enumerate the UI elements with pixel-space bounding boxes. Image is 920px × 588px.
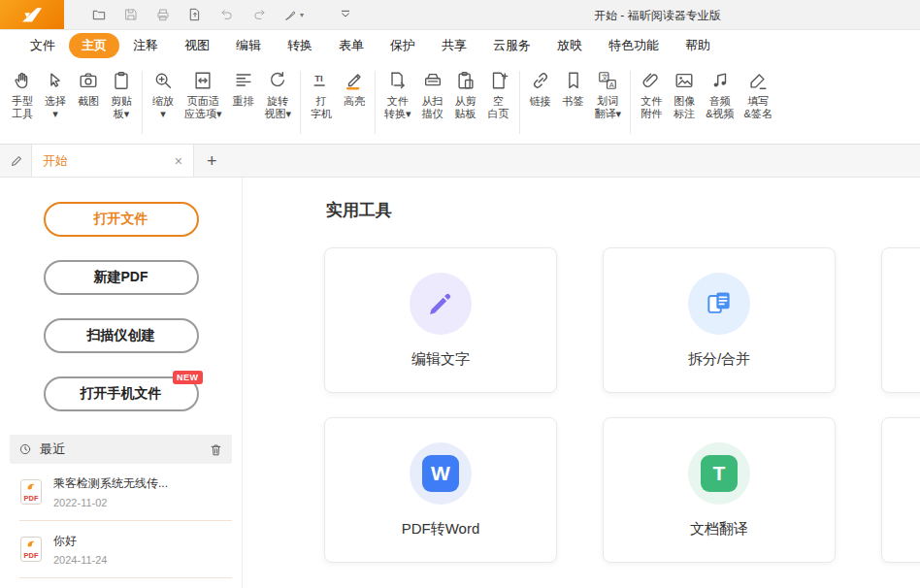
- scanner-create-label: 扫描仪创建: [87, 327, 155, 344]
- blank-page-button[interactable]: 空 白页: [482, 68, 515, 144]
- menu-tab-help[interactable]: 帮助: [673, 33, 723, 58]
- card-label: PDF转Word: [402, 520, 480, 539]
- tool-label: 从扫 描仪: [422, 95, 444, 120]
- tool-label: 缩放 ▾: [152, 95, 174, 120]
- content-area: 打开文件 新建PDF 扫描仪创建 打开手机文件 NEW 最近 乘客检测系统无线传…: [0, 178, 920, 588]
- pen-nib-icon[interactable]: [9, 152, 25, 169]
- tool-label: 图像 标注: [674, 95, 695, 120]
- zoom-button[interactable]: 缩放 ▾: [147, 68, 180, 144]
- menu-tab-present[interactable]: 放映: [544, 33, 595, 58]
- card-split-merge[interactable]: 拆分/合并: [603, 247, 836, 393]
- reflow-button[interactable]: 重排: [227, 68, 260, 144]
- foxit-logo: [0, 0, 64, 29]
- snapshot-button[interactable]: 截图: [72, 68, 105, 144]
- menu-tab-share[interactable]: 共享: [429, 33, 479, 58]
- card-edit-text[interactable]: 编辑文字: [324, 247, 557, 393]
- ribbon-mode-icon[interactable]: [338, 7, 353, 22]
- rotate-view-button[interactable]: 旋转 视图▾: [260, 68, 297, 144]
- clipboard-button[interactable]: 剪贴 板▾: [105, 68, 138, 144]
- print-icon[interactable]: [155, 7, 171, 22]
- undo-icon[interactable]: [219, 7, 235, 22]
- new-badge: NEW: [173, 371, 203, 384]
- from-clipboard-button[interactable]: 从剪 贴板: [449, 68, 482, 144]
- sign-icon: [747, 70, 769, 91]
- recent-file-list: 乘客检测系统无线传... 2022-11-02 你好 2024-11-24: [19, 464, 232, 578]
- typewriter-button[interactable]: 打 字机: [305, 68, 338, 144]
- link-button[interactable]: 链接: [524, 68, 557, 144]
- brush-icon[interactable]: ▾: [283, 7, 304, 22]
- tool-label: 链接: [530, 95, 551, 108]
- word-translate-button[interactable]: 划词 翻译▾: [590, 68, 627, 144]
- open-file-label: 打开文件: [94, 211, 148, 228]
- scanner-create-button[interactable]: 扫描仪创建: [44, 318, 199, 353]
- menu-tab-home[interactable]: 主页: [69, 33, 119, 58]
- audio-video-button[interactable]: 音频 &视频: [701, 68, 739, 144]
- ribbon-separator: [519, 71, 520, 134]
- dropdown-arrow: ▾: [300, 11, 304, 19]
- media-icon: [709, 70, 731, 91]
- tool-label: 旋转 视图▾: [265, 95, 292, 120]
- card-label: 拆分/合并: [688, 350, 750, 369]
- tool-label: 截图: [78, 95, 99, 108]
- word-letter: W: [422, 455, 459, 492]
- bookmark-button[interactable]: 书签: [557, 68, 590, 144]
- image-annotation-button[interactable]: 图像 标注: [668, 68, 701, 144]
- file-attachment-button[interactable]: 文件 附件: [635, 68, 668, 144]
- camera-icon: [78, 70, 99, 91]
- close-tab-icon[interactable]: ×: [175, 153, 182, 169]
- split-merge-icon: [688, 273, 750, 335]
- document-tab-start[interactable]: 开始 ×: [31, 145, 194, 177]
- typewriter-icon: [311, 70, 332, 91]
- export-icon[interactable]: [187, 7, 203, 22]
- card-pdf-to-word[interactable]: W PDF转Word: [324, 417, 557, 563]
- recent-file-item[interactable]: 你好 2024-11-24: [19, 521, 232, 578]
- sidebar: 打开文件 新建PDF 扫描仪创建 打开手机文件 NEW 最近 乘客检测系统无线传…: [0, 178, 243, 588]
- attachment-icon: [641, 70, 662, 91]
- menu-tab-protect[interactable]: 保护: [378, 33, 428, 58]
- menu-tab-convert[interactable]: 转换: [275, 33, 325, 58]
- menu-tab-comment[interactable]: 注释: [120, 33, 171, 58]
- tool-label: 从剪 贴板: [455, 95, 476, 120]
- select-button[interactable]: 选择 ▾: [39, 68, 72, 144]
- main-panel: 实用工具 编辑文字 拆分/合并 W PDF转Word: [243, 178, 920, 588]
- menu-tab-cloud[interactable]: 云服务: [480, 33, 543, 58]
- open-mobile-file-button[interactable]: 打开手机文件 NEW: [44, 376, 199, 411]
- card-doc-translate[interactable]: T 文档翻译: [603, 417, 836, 563]
- trash-icon[interactable]: [209, 442, 223, 457]
- hand-icon: [12, 70, 33, 91]
- paste-icon: [455, 70, 476, 91]
- redo-icon[interactable]: [251, 7, 267, 22]
- create-pdf-button[interactable]: 新建PDF: [44, 260, 199, 295]
- from-scanner-button[interactable]: 从扫 描仪: [416, 68, 449, 144]
- menu-tab-file[interactable]: 文件: [17, 33, 68, 58]
- recent-file-title: 你好: [53, 533, 107, 549]
- card-partial[interactable]: [881, 247, 920, 393]
- fill-sign-button[interactable]: 填写 &签名: [739, 68, 776, 144]
- tool-label: 重排: [233, 95, 254, 108]
- add-tab-button[interactable]: +: [207, 152, 217, 170]
- save-icon[interactable]: [123, 7, 139, 22]
- create-pdf-label: 新建PDF: [94, 269, 148, 286]
- recent-file-item[interactable]: 乘客检测系统无线传... 2022-11-02: [19, 464, 232, 521]
- menu-tab-view[interactable]: 视图: [172, 33, 222, 58]
- tool-label: 文件 转换▾: [384, 95, 411, 120]
- highlight-button[interactable]: 高亮: [338, 68, 371, 144]
- menu-tab-edit[interactable]: 编辑: [223, 33, 274, 58]
- open-file-button[interactable]: 打开文件: [44, 202, 199, 237]
- ribbon-separator: [375, 71, 376, 134]
- recent-file-date: 2022-11-02: [53, 497, 168, 508]
- recent-title: 最近: [40, 441, 209, 458]
- image-icon: [674, 70, 695, 91]
- hand-tool-button[interactable]: 手型 工具: [6, 68, 39, 144]
- ribbon-separator: [630, 71, 631, 134]
- convert-file-button[interactable]: 文件 转换▾: [379, 68, 416, 144]
- menu-tab-features[interactable]: 特色功能: [596, 33, 672, 58]
- card-partial[interactable]: [881, 417, 920, 563]
- folder-open-icon[interactable]: [91, 7, 107, 22]
- bookmark-icon: [563, 70, 584, 91]
- fit-options-button[interactable]: 页面适 应选项▾: [180, 68, 227, 144]
- translate-letter: T: [701, 455, 738, 492]
- recent-file-date: 2024-11-24: [53, 554, 107, 566]
- card-label: 编辑文字: [411, 350, 470, 369]
- menu-tab-form[interactable]: 表单: [326, 33, 377, 58]
